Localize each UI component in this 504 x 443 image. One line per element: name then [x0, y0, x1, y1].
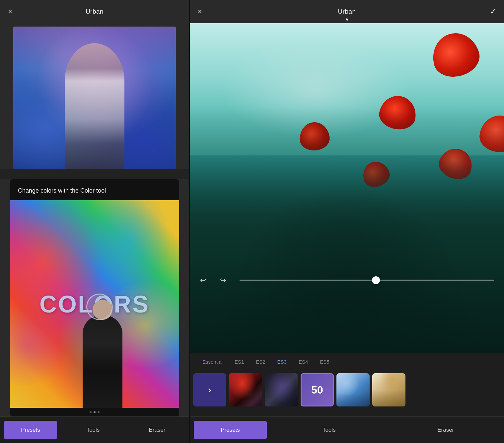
chevron-down-icon: ∨	[345, 17, 349, 22]
tip-card: Change colors with the Color tool COLORS	[10, 179, 179, 416]
undo-button[interactable]: ↩	[196, 274, 210, 287]
tab-es3[interactable]: ES3	[271, 353, 293, 370]
dark-plants	[190, 155, 504, 353]
preset-es4-thumb[interactable]	[336, 373, 370, 406]
preset-es3-value: 50	[311, 384, 323, 396]
preset-es2-thumb[interactable]	[265, 373, 298, 406]
graffiti-background: COLORS	[10, 200, 179, 408]
graffiti-person-body	[83, 315, 122, 408]
right-title: Urban	[338, 8, 356, 15]
redo-button[interactable]: ↪	[216, 274, 230, 287]
dot-indicator	[10, 408, 179, 416]
presets-panel: Essential ES1 ES2 ES3 ES4 ES5 › 50	[190, 353, 504, 416]
left-main-image	[13, 27, 176, 169]
right-tools-button[interactable]: Tools	[271, 417, 388, 443]
preset-tabs: Essential ES1 ES2 ES3 ES4 ES5	[190, 353, 504, 370]
chevron-right-icon: ›	[208, 385, 211, 395]
right-close-button[interactable]: ×	[198, 7, 202, 16]
intensity-slider[interactable]	[240, 280, 494, 281]
tab-essential[interactable]: Essential	[196, 353, 229, 370]
tab-es2[interactable]: ES2	[250, 353, 271, 370]
dot-2	[94, 411, 96, 413]
left-tools-button[interactable]: Tools	[61, 417, 125, 443]
slider-thumb	[372, 276, 380, 284]
control-bar: ↩ ↪	[190, 270, 504, 290]
left-eraser-button[interactable]: Eraser	[125, 417, 189, 443]
tab-es5[interactable]: ES5	[314, 353, 335, 370]
left-close-button[interactable]: ×	[8, 7, 12, 16]
dot-1	[90, 411, 92, 413]
magnifier-circle	[86, 294, 113, 320]
right-eraser-button[interactable]: Eraser	[388, 417, 504, 443]
right-presets-button[interactable]: Presets	[194, 421, 267, 439]
left-header: × Urban	[0, 0, 189, 23]
left-title: Urban	[86, 8, 104, 15]
left-bottom-bar: Presets Tools Eraser	[0, 416, 189, 443]
preset-es3-thumb[interactable]: 50	[301, 373, 334, 406]
preset-nav-arrow[interactable]: ›	[193, 373, 226, 406]
tab-es1[interactable]: ES1	[229, 353, 250, 370]
left-presets-button[interactable]: Presets	[4, 421, 57, 439]
person-silhouette	[65, 43, 124, 169]
tip-text: Change colors with the Color tool	[10, 179, 179, 200]
right-panel: × Urban ∨ ✓ ↩ ↪	[189, 0, 504, 443]
tip-image: COLORS	[10, 200, 179, 408]
dot-3	[98, 411, 100, 413]
right-bottom-bar: Presets Tools Eraser	[190, 416, 504, 443]
preset-es1-thumb[interactable]	[229, 373, 262, 406]
right-check-button[interactable]: ✓	[490, 7, 496, 16]
right-header: × Urban ∨ ✓	[190, 0, 504, 23]
preset-thumbnails: › 50	[190, 370, 504, 410]
left-spacer	[0, 169, 189, 179]
preset-es5-thumb[interactable]	[372, 373, 405, 406]
left-panel: × Urban Change colors with the Color too…	[0, 0, 189, 443]
tab-es4[interactable]: ES4	[293, 353, 314, 370]
right-main-image[interactable]: ↩ ↪	[190, 23, 504, 353]
